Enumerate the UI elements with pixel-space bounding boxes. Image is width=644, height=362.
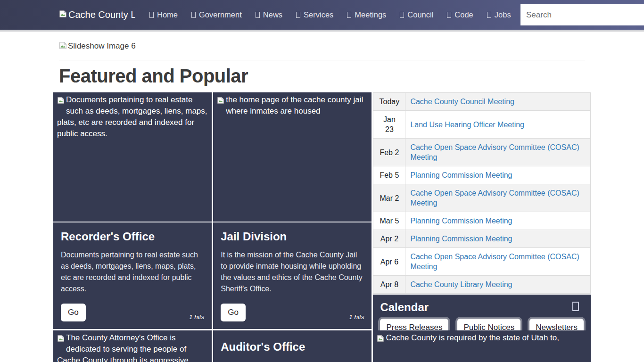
nav-item-government[interactable]: Government <box>191 10 242 19</box>
card-title: Recorder's Office <box>61 230 204 243</box>
nav-item-label: Council <box>407 10 433 19</box>
event-date: Today <box>373 93 405 111</box>
event-row: Apr 2 Planning Commission Meeting <box>373 230 591 248</box>
main-navigation: Home Government News Services Meetings C… <box>149 10 511 19</box>
card-title: Auditor's Office <box>221 340 364 354</box>
card-broken-image: Documents pertaining to real estate such… <box>53 92 212 222</box>
calendar-header: Calendar <box>380 301 584 314</box>
broken-image-icon <box>57 96 65 107</box>
go-button[interactable]: Go <box>61 304 86 321</box>
event-date: Mar 2 <box>373 184 405 212</box>
nav-item-jobs[interactable]: Jobs <box>487 10 511 19</box>
top-navbar: Cache County Logo Home Government News S… <box>0 0 644 30</box>
missing-glyph-icon <box>191 12 196 18</box>
featured-card-clerk: Cache County is required by the state of… <box>373 330 591 362</box>
card-description: Documents pertaining to real estate such… <box>61 249 204 295</box>
event-row: Feb 2 Cache Open Space Advisory Committe… <box>373 139 591 166</box>
featured-card-auditors-office: Auditor's Office <box>213 330 372 362</box>
event-link[interactable]: Cache Open Space Advisory Committee (COS… <box>410 253 579 271</box>
card-body: Recorder's Office Documents pertaining t… <box>53 222 212 329</box>
event-row: Apr 6 Cache Open Space Advisory Committe… <box>373 248 591 276</box>
event-link[interactable]: Cache Open Space Advisory Committee (COS… <box>410 189 579 207</box>
event-date: Mar 5 <box>373 212 405 230</box>
card-title: Jail Division <box>221 230 364 243</box>
event-row: Feb 5 Planning Commission Meeting <box>373 166 591 184</box>
event-row: Jan 23 Land Use Hearing Officer Meeting <box>373 111 591 139</box>
card-image-alt-text: the home page of the cache county jail w… <box>226 95 363 115</box>
site-logo-alt-text: Cache County Logo <box>68 9 135 20</box>
broken-image-icon <box>59 10 67 20</box>
missing-glyph-icon <box>572 302 579 311</box>
nav-item-news[interactable]: News <box>256 10 282 19</box>
card-body: Auditor's Office <box>213 330 372 362</box>
search-input[interactable] <box>520 4 644 25</box>
slideshow-alt-text: Slideshow Image 6 <box>68 41 136 51</box>
go-button[interactable]: Go <box>221 304 246 321</box>
upcoming-events-table: Today Cache County Council Meeting Jan 2… <box>373 92 591 294</box>
broken-image-icon <box>217 96 224 107</box>
card-broken-image: The County Attorney's Office is dedicate… <box>53 330 212 362</box>
card-body: Jail Division It is the mission of the C… <box>213 222 372 329</box>
nav-item-label: Code <box>454 10 473 19</box>
slideshow-broken-image: Slideshow Image 6 <box>59 41 136 52</box>
card-footer: Go 1 hits <box>221 304 364 321</box>
event-row: Mar 2 Cache Open Space Advisory Committe… <box>373 184 591 212</box>
events-column: Today Cache County Council Meeting Jan 2… <box>373 92 591 329</box>
missing-glyph-icon <box>400 12 404 18</box>
nav-item-label: Home <box>157 10 178 19</box>
event-link[interactable]: Planning Commission Meeting <box>410 235 512 243</box>
hits-count: 1 hits <box>189 313 204 321</box>
hits-count: 1 hits <box>349 313 364 321</box>
nav-item-home[interactable]: Home <box>149 10 178 19</box>
event-link[interactable]: Cache County Library Meeting <box>410 280 512 288</box>
card-image-alt-text: The County Attorney's Office is dedicate… <box>57 333 192 362</box>
calendar-title: Calendar <box>380 301 429 314</box>
nav-item-meetings[interactable]: Meetings <box>347 10 386 19</box>
nav-item-label: Meetings <box>355 10 386 19</box>
featured-card-county-attorney: The County Attorney's Office is dedicate… <box>53 330 212 362</box>
event-date: Apr 8 <box>373 276 405 294</box>
nav-item-council[interactable]: Council <box>400 10 433 19</box>
missing-glyph-icon <box>256 12 260 18</box>
missing-glyph-icon <box>296 12 300 18</box>
broken-image-icon <box>57 334 65 346</box>
card-footer: Go 1 hits <box>61 304 204 321</box>
page-title: Featured and Popular <box>59 65 585 87</box>
card-image-alt-text: Cache County is required by the state of… <box>386 333 559 342</box>
nav-item-label: Government <box>199 10 242 19</box>
missing-glyph-icon <box>447 12 451 18</box>
nav-item-code[interactable]: Code <box>447 10 473 19</box>
event-row: Mar 5 Planning Commission Meeting <box>373 212 591 230</box>
nav-item-label: News <box>263 10 282 19</box>
nav-item-label: Jobs <box>495 10 511 19</box>
event-row: Today Cache County Council Meeting <box>373 93 591 111</box>
card-image-alt-text: Documents pertaining to real estate such… <box>57 95 207 138</box>
event-date: Apr 2 <box>373 230 405 248</box>
card-broken-image: the home page of the cache county jail w… <box>213 92 372 222</box>
event-date: Apr 6 <box>373 248 405 276</box>
card-description: It is the mission of the Cache County Ja… <box>221 249 364 295</box>
event-link[interactable]: Land Use Hearing Officer Meeting <box>410 121 524 129</box>
event-date: Feb 2 <box>373 139 405 166</box>
site-logo[interactable]: Cache County Logo <box>59 9 135 20</box>
missing-glyph-icon <box>347 12 351 18</box>
event-date: Jan 23 <box>373 111 405 139</box>
main-content: Slideshow Image 6 Featured and Popular D… <box>53 32 591 362</box>
featured-card-recorders-office: Documents pertaining to real estate such… <box>53 92 212 329</box>
missing-glyph-icon <box>487 12 491 18</box>
event-row: Apr 8 Cache County Library Meeting <box>373 276 591 294</box>
nav-item-label: Services <box>304 10 333 19</box>
broken-image-icon <box>59 41 67 52</box>
featured-card-jail-division: the home page of the cache county jail w… <box>213 92 372 329</box>
section-divider <box>59 60 585 60</box>
event-link[interactable]: Planning Commission Meeting <box>410 217 512 225</box>
nav-item-services[interactable]: Services <box>296 10 333 19</box>
broken-image-icon <box>377 334 384 346</box>
event-date: Feb 5 <box>373 166 405 184</box>
event-link[interactable]: Cache County Council Meeting <box>410 98 514 106</box>
card-broken-image: Cache County is required by the state of… <box>373 330 591 362</box>
event-link[interactable]: Cache Open Space Advisory Committee (COS… <box>410 143 579 161</box>
featured-grid: Documents pertaining to real estate such… <box>53 92 591 362</box>
event-link[interactable]: Planning Commission Meeting <box>410 171 512 179</box>
missing-glyph-icon <box>149 12 154 18</box>
